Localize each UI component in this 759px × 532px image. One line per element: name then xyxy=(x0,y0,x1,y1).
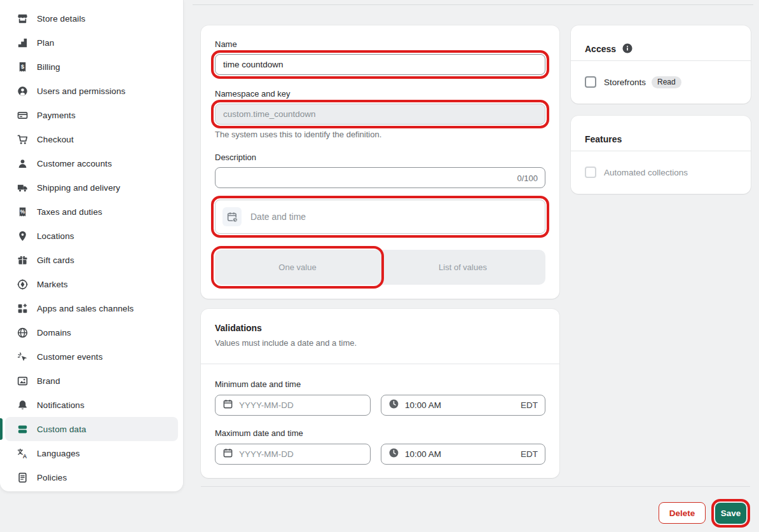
sidebar-item-taxes-duties[interactable]: % Taxes and duties xyxy=(5,200,178,224)
sidebar-item-languages[interactable]: A Languages xyxy=(5,441,178,465)
sidebar-item-customer-events[interactable]: Customer events xyxy=(5,344,178,369)
sidebar-item-notifications[interactable]: Notifications xyxy=(5,393,178,417)
description-field-wrap: 0/100 xyxy=(215,167,545,188)
max-time-input[interactable]: 10:00 AM EDT xyxy=(381,444,545,465)
sidebar-item-domains[interactable]: Domains xyxy=(5,320,178,344)
validations-divider xyxy=(201,364,559,364)
namespace-label: Namespace and key xyxy=(215,89,545,99)
access-title: Access xyxy=(585,44,616,55)
billing-icon: $ xyxy=(16,60,29,73)
languages-icon: A xyxy=(16,447,29,460)
sidebar-item-label: Taxes and duties xyxy=(37,207,102,217)
sidebar-item-label: Languages xyxy=(37,449,80,458)
policies-icon xyxy=(16,471,29,484)
definition-card: Name Namespace and key The system uses t… xyxy=(201,25,559,299)
notifications-icon xyxy=(16,399,29,411)
min-timezone-label: EDT xyxy=(521,400,538,410)
automated-collections-checkbox[interactable] xyxy=(585,167,596,178)
brand-icon xyxy=(16,374,29,387)
min-date-time-row: YYYY-MM-DD 10:00 AM EDT xyxy=(215,395,545,416)
sidebar-item-label: Custom data xyxy=(37,425,86,434)
sidebar-item-label: Gift cards xyxy=(37,256,74,265)
validations-card: Validations Values must include a date a… xyxy=(201,309,559,478)
sidebar-item-checkout[interactable]: Checkout xyxy=(5,127,178,151)
max-timezone-label: EDT xyxy=(521,449,538,459)
domains-icon xyxy=(16,326,29,339)
delete-button[interactable]: Delete xyxy=(659,502,706,524)
footer-divider xyxy=(201,486,750,487)
sidebar-item-label: Locations xyxy=(37,231,74,241)
customer-accounts-icon xyxy=(16,157,29,170)
sidebar-item-label: Domains xyxy=(37,328,71,338)
min-date-placeholder: YYYY-MM-DD xyxy=(239,400,294,410)
info-icon[interactable] xyxy=(622,43,633,57)
sidebar-item-label: Payments xyxy=(37,111,76,120)
value-count-segmented-control: One value List of values xyxy=(215,250,545,285)
sidebar-item-custom-data[interactable]: Custom data xyxy=(5,417,178,441)
sidebar-item-policies[interactable]: Policies xyxy=(5,465,178,489)
min-time-value: 10:00 AM xyxy=(405,400,441,410)
calendar-icon xyxy=(222,447,233,461)
settings-sidebar: Store details Plan $ Billing Users and p… xyxy=(0,0,183,491)
plan-icon xyxy=(16,36,29,49)
sidebar-item-shipping-delivery[interactable]: Shipping and delivery xyxy=(5,175,178,200)
sidebar-item-label: Checkout xyxy=(37,135,74,144)
apps-icon xyxy=(16,302,29,315)
sidebar-item-billing[interactable]: $ Billing xyxy=(5,55,178,79)
storefronts-checkbox[interactable] xyxy=(585,76,596,88)
svg-text:A: A xyxy=(22,453,27,459)
description-label: Description xyxy=(215,153,545,163)
sidebar-item-label: Policies xyxy=(37,473,67,482)
content-type-selector[interactable]: Date and time xyxy=(215,200,545,234)
min-date-input[interactable]: YYYY-MM-DD xyxy=(215,395,371,416)
payments-icon xyxy=(16,109,29,121)
read-badge: Read xyxy=(652,76,681,88)
sidebar-item-locations[interactable]: Locations xyxy=(5,224,178,248)
locations-icon xyxy=(16,229,29,242)
sidebar-item-label: Store details xyxy=(37,14,85,24)
min-date-time-label: Minimum date and time xyxy=(215,379,545,390)
sidebar-item-markets[interactable]: Markets xyxy=(5,272,178,296)
calendar-icon xyxy=(222,399,233,412)
max-date-time-row: YYYY-MM-DD 10:00 AM EDT xyxy=(215,444,545,465)
max-date-time-label: Maximum date and time xyxy=(215,428,545,439)
sidebar-item-label: Brand xyxy=(37,376,60,386)
sidebar-item-store-details[interactable]: Store details xyxy=(5,6,178,31)
store-icon xyxy=(16,12,29,25)
name-label: Name xyxy=(215,39,545,50)
list-of-values-segment[interactable]: List of values xyxy=(380,250,545,285)
sidebar-item-label: Plan xyxy=(37,38,54,48)
name-input[interactable] xyxy=(215,54,545,75)
max-date-input[interactable]: YYYY-MM-DD xyxy=(215,444,371,465)
sidebar-item-payments[interactable]: Payments xyxy=(5,103,178,127)
sidebar-active-indicator xyxy=(0,418,3,440)
shipping-icon xyxy=(16,181,29,194)
sidebar-item-customer-accounts[interactable]: Customer accounts xyxy=(5,151,178,175)
description-input[interactable] xyxy=(215,167,545,188)
sidebar-item-plan[interactable]: Plan xyxy=(5,31,178,55)
min-time-input[interactable]: 10:00 AM EDT xyxy=(381,395,545,416)
sidebar-item-label: Customer events xyxy=(37,352,103,362)
sidebar-item-apps-sales-channels[interactable]: Apps and sales channels xyxy=(5,296,178,320)
sidebar-item-label: Notifications xyxy=(37,400,85,410)
storefronts-label: Storefronts xyxy=(604,78,646,87)
features-card: Features Automated collections xyxy=(571,116,751,194)
customer-events-icon xyxy=(16,350,29,363)
namespace-key-input[interactable] xyxy=(215,104,545,125)
features-title: Features xyxy=(585,134,622,145)
sidebar-item-brand[interactable]: Brand xyxy=(5,369,178,393)
namespace-help-text: The system uses this to identify the def… xyxy=(215,130,545,140)
max-time-value: 10:00 AM xyxy=(405,449,441,459)
clock-icon xyxy=(388,399,399,412)
save-button[interactable]: Save xyxy=(715,503,746,524)
sidebar-item-label: Users and permissions xyxy=(37,86,125,96)
svg-text:$: $ xyxy=(20,63,24,69)
sidebar-item-label: Customer accounts xyxy=(37,159,112,168)
sidebar-item-gift-cards[interactable]: Gift cards xyxy=(5,248,178,272)
top-divider xyxy=(193,4,753,5)
sidebar-item-label: Apps and sales channels xyxy=(37,304,133,313)
sidebar-item-users-permissions[interactable]: Users and permissions xyxy=(5,79,178,103)
one-value-segment[interactable]: One value xyxy=(215,250,380,285)
svg-text:%: % xyxy=(20,208,25,214)
sidebar-item-label: Shipping and delivery xyxy=(37,183,120,193)
